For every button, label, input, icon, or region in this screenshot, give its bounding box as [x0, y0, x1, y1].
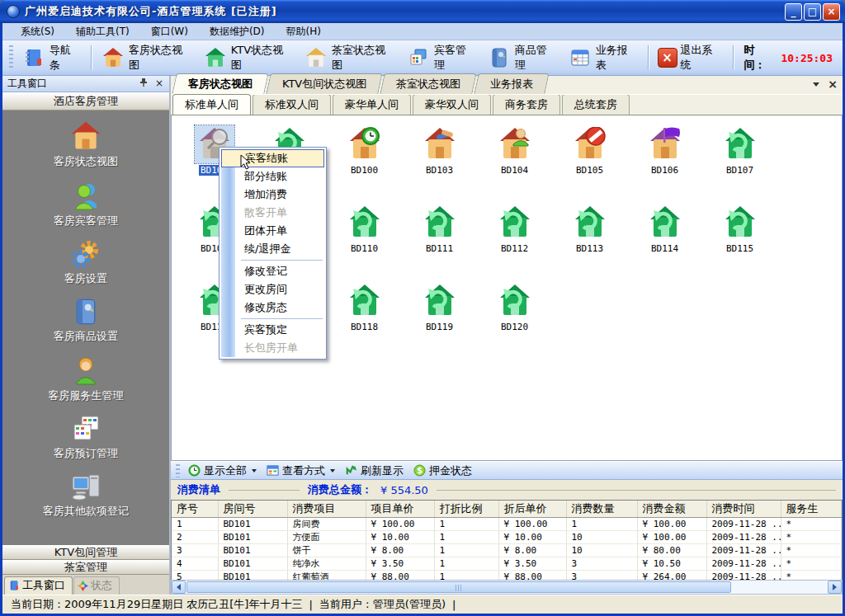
- guest-mgmt-button[interactable]: 宾客管理: [401, 40, 482, 75]
- context-menu-item[interactable]: 团体开单: [221, 222, 324, 240]
- minimize-button[interactable]: _: [785, 3, 802, 21]
- tab-status[interactable]: 状态: [73, 576, 120, 595]
- scroll-right-arrow[interactable]: [828, 581, 842, 594]
- cell-time: 2009-11-28 ...: [706, 571, 781, 581]
- section-tea-mgmt[interactable]: 茶室管理: [2, 560, 169, 575]
- tab-standard-double[interactable]: 标准双人间: [253, 94, 331, 115]
- pin-icon[interactable]: [139, 78, 153, 90]
- toolbar-gripper[interactable]: [9, 45, 13, 70]
- room-label: BD107: [725, 165, 755, 176]
- room-BD120[interactable]: BD120: [477, 279, 552, 357]
- column-header-9[interactable]: 服务生: [781, 501, 842, 518]
- tab-room-status-view[interactable]: 客房状态视图: [172, 73, 268, 94]
- tab-list-dropdown-icon[interactable]: [813, 82, 819, 87]
- exit-button[interactable]: × 退出系统: [653, 40, 729, 75]
- sidebar-item-room-status[interactable]: 客房状态视图: [54, 120, 118, 169]
- refresh-button[interactable]: 刷新显示: [340, 463, 408, 479]
- window-title: 广州爱启迪技术有限公司-酒店管理系统 [已注册]: [25, 4, 277, 19]
- table-row[interactable]: 4BD101纯净水¥ 3.501¥ 3.503¥ 10.502009-11-28…: [172, 557, 842, 571]
- room-BD111[interactable]: BD111: [402, 200, 477, 279]
- biz-report-button[interactable]: 业务报表: [563, 40, 644, 75]
- sidebar-item-guest-mgmt[interactable]: 客房宾客管理: [54, 180, 118, 228]
- column-header-5[interactable]: 折后单价: [498, 501, 566, 518]
- sidebar-item-waiter-mgmt[interactable]: 客房服务生管理: [49, 355, 124, 403]
- cell-amount: ¥ 80.00: [637, 544, 706, 557]
- room-BD113[interactable]: BD113: [552, 200, 627, 279]
- scrollbar-thumb[interactable]: [186, 581, 731, 593]
- tab-ktv-status-view[interactable]: KTV包间状态视图: [266, 73, 383, 94]
- view-mode-button[interactable]: 查看方式: [262, 463, 340, 479]
- cell-disc_price: ¥ 3.50: [498, 557, 566, 571]
- cell-room: BD101: [218, 531, 287, 544]
- room-BD115[interactable]: BD115: [702, 200, 777, 279]
- sidebar-item-room-goods[interactable]: 客房商品设置: [54, 297, 118, 344]
- room-BD103[interactable]: BD103: [402, 122, 477, 200]
- sidebar-item-booking-mgmt[interactable]: 客房预订管理: [54, 414, 118, 461]
- tea-status-button[interactable]: 茶室状态视图: [299, 40, 401, 75]
- table-row[interactable]: 3BD101饼干¥ 8.001¥ 8.0010¥ 80.002009-11-28…: [172, 544, 842, 557]
- horizontal-scrollbar[interactable]: [171, 580, 843, 595]
- tab-deluxe-single[interactable]: 豪华单人间: [333, 94, 411, 115]
- room-BD114[interactable]: BD114: [627, 200, 702, 279]
- table-row[interactable]: 1BD101房间费¥ 100.001¥ 100.001¥ 100.002009-…: [172, 518, 842, 531]
- menu-system[interactable]: 系统(S): [11, 23, 64, 40]
- room-BD119[interactable]: BD119: [402, 279, 477, 357]
- scroll-left-arrow[interactable]: [172, 581, 186, 594]
- tab-business-suite[interactable]: 商务套房: [493, 94, 560, 115]
- context-menu-item[interactable]: 续/退押金: [221, 240, 324, 258]
- deposit-status-button[interactable]: $ 押金状态: [408, 463, 477, 479]
- column-header-3[interactable]: 项目单价: [366, 501, 434, 518]
- cell-price: ¥ 8.00: [366, 544, 434, 557]
- room-BD100[interactable]: BD100: [327, 122, 402, 200]
- tab-tool-window[interactable]: 工具窗口: [4, 576, 73, 595]
- goods-mgmt-button[interactable]: 商品管理: [482, 40, 563, 75]
- context-menu-item[interactable]: 宾客结账: [221, 149, 324, 167]
- dropdown-icon: [330, 469, 335, 473]
- column-header-6[interactable]: 消费数量: [566, 501, 637, 518]
- column-header-0[interactable]: 序号: [172, 501, 218, 518]
- close-button[interactable]: ×: [823, 3, 840, 21]
- context-menu-item[interactable]: 部分结账: [221, 167, 324, 186]
- context-menu-item[interactable]: 修改登记: [221, 262, 324, 280]
- tab-president-suite[interactable]: 总统套房: [562, 94, 630, 115]
- tab-deluxe-double[interactable]: 豪华双人间: [413, 94, 491, 115]
- toolbar-gripper[interactable]: [176, 464, 180, 477]
- column-header-2[interactable]: 消费项目: [287, 501, 366, 518]
- section-hotel-room-mgmt[interactable]: 酒店客房管理: [2, 92, 169, 111]
- context-menu-item[interactable]: 更改房间: [221, 280, 324, 299]
- section-ktv-mgmt[interactable]: KTV包间管理: [2, 545, 169, 560]
- room-BD118[interactable]: BD118: [327, 279, 402, 357]
- context-menu-item[interactable]: 修改房态: [221, 299, 324, 317]
- room-BD107[interactable]: BD107: [702, 122, 777, 200]
- show-all-button[interactable]: 显示全部: [183, 463, 262, 479]
- navbar-button[interactable]: 导航条: [17, 40, 87, 75]
- menu-aux-tools[interactable]: 辅助工具(T): [66, 23, 139, 40]
- room-BD104[interactable]: BD104: [477, 122, 552, 200]
- sidebar-item-other-charges[interactable]: 客房其他款项登记: [43, 472, 129, 519]
- menu-window[interactable]: 窗口(W): [141, 23, 198, 40]
- tab-standard-single[interactable]: 标准单人间: [172, 94, 251, 115]
- column-header-7[interactable]: 消费金额: [637, 501, 706, 518]
- context-menu-item[interactable]: 增加消费: [221, 186, 324, 204]
- table-row[interactable]: 5BD101红葡萄酒¥ 88.001¥ 88.003¥ 264.002009-1…: [172, 571, 842, 581]
- column-header-1[interactable]: 房间号: [218, 501, 287, 518]
- room-BD112[interactable]: BD112: [477, 200, 552, 279]
- ktv-status-button[interactable]: KTV状态视图: [198, 40, 299, 75]
- menu-help[interactable]: 帮助(H): [276, 23, 331, 40]
- tab-tea-status-view[interactable]: 茶室状态视图: [380, 73, 477, 94]
- column-header-8[interactable]: 消费时间: [706, 501, 781, 518]
- sidebar-item-room-settings[interactable]: 客房设置: [64, 239, 107, 286]
- table-row[interactable]: 2BD101方便面¥ 10.001¥ 10.0010¥ 100.002009-1…: [172, 531, 842, 544]
- maximize-button[interactable]: □: [804, 3, 821, 21]
- tab-biz-report[interactable]: 业务报表: [474, 73, 550, 94]
- menu-data-maintenance[interactable]: 数据维护(D): [200, 23, 275, 40]
- tool-window-close-icon[interactable]: ×: [153, 78, 166, 90]
- room-status-button[interactable]: 客房状态视图: [96, 40, 198, 75]
- room-BD110[interactable]: BD110: [327, 200, 402, 279]
- room-BD106[interactable]: BD106: [627, 122, 702, 200]
- column-header-4[interactable]: 打折比例: [434, 501, 498, 518]
- room-label: BD119: [424, 322, 455, 332]
- tab-close-icon[interactable]: ×: [828, 79, 838, 89]
- context-menu-item[interactable]: 宾客预定: [221, 321, 324, 339]
- room-BD105[interactable]: BD105: [552, 122, 627, 200]
